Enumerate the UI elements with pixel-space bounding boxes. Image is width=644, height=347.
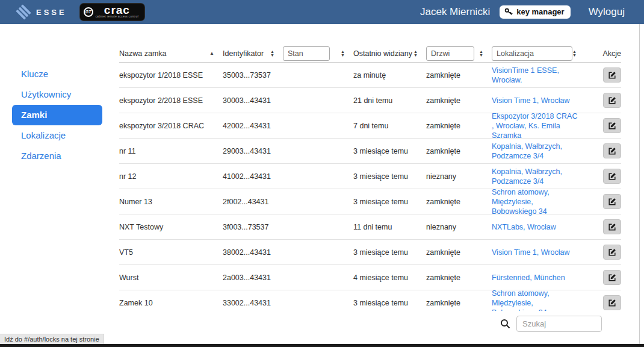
table-row: nr 12 41002...43431 3 miesiące temu niez… [119, 164, 621, 189]
lock-identifier: 38002...43431 [223, 248, 283, 257]
table-row: nr 11 29003...43431 3 miesiące temu zamk… [119, 139, 621, 164]
door-filter-input[interactable]: Drzwi [426, 46, 474, 61]
column-header-last-seen[interactable]: Ostatnio widziany ▲▼ [353, 49, 426, 58]
scrollbar-track[interactable] [639, 24, 640, 344]
location-link[interactable]: VisionTime 1 ESSE, Wrocław. [492, 66, 585, 85]
lock-door-state: nieznany [426, 172, 492, 181]
edit-icon [608, 299, 616, 307]
column-header-state: Stan ▲▼ [283, 46, 353, 61]
lock-last-seen: 3 miesiące temu [353, 147, 426, 155]
esse-logo-text: ESSE [36, 8, 67, 17]
key-manager-button[interactable]: key manager [500, 5, 571, 19]
location-link[interactable]: Schron atomowy, Międzylesie, Bobowskiego… [492, 187, 585, 216]
search-input[interactable] [516, 316, 602, 332]
column-header-identifier[interactable]: Identyfikator ▲▼ [223, 49, 283, 58]
esse-logo: ESSE [16, 4, 67, 20]
lock-last-seen: 3 miesiące temu [353, 299, 426, 307]
lock-name: ekspozytor 1/2018 ESSE [119, 71, 223, 80]
lock-identifier: 42002...43431 [223, 122, 283, 130]
lock-name: nr 12 [119, 172, 223, 181]
location-link[interactable]: Fürstenried, München [492, 273, 571, 283]
location-link[interactable]: NXTLabs, Wrocław [492, 222, 562, 232]
crac-logo-text: crac [104, 5, 130, 15]
lock-identifier: 29003...43431 [223, 147, 283, 155]
location-link[interactable]: Kopalnia, Wałbrzych, Podzamcze 3/4 [492, 167, 585, 186]
sidebar-item-lokalizacje[interactable]: Lokalizacje [12, 125, 102, 146]
edit-icon [608, 198, 616, 206]
app-screen: ESSE GT crac cabinet remote access contr… [0, 0, 644, 347]
lock-identifier: 3f003...73537 [223, 223, 283, 231]
table-row: Numer 13 2f002...43431 3 miesiące temu z… [119, 189, 621, 214]
edit-lock-button[interactable] [603, 143, 621, 158]
location-link[interactable]: Schron atomowy, Międzylesie, Bobowskiego… [492, 289, 585, 311]
lock-name: NXT Testowy [119, 223, 223, 231]
edit-icon [608, 223, 616, 231]
lock-name: nr 11 [119, 147, 223, 155]
edit-lock-button[interactable] [603, 219, 621, 234]
lock-identifier: 35003...73537 [223, 71, 283, 80]
lock-name: VT5 [119, 248, 223, 257]
key-manager-label: key manager [516, 7, 565, 16]
sort-icon[interactable]: ▲▼ [270, 50, 274, 57]
edit-lock-button[interactable] [603, 169, 621, 184]
sidebar-item-zamki[interactable]: Zamki [12, 105, 102, 125]
edit-lock-button[interactable] [603, 93, 621, 108]
location-link[interactable]: Vision Time 1, Wrocław [492, 248, 575, 257]
location-link[interactable]: Kopalnia, Wałbrzych, Podzamcze 3/4 [492, 142, 585, 161]
table-row: Wurst 2a003...43431 4 miesiące temu zamk… [119, 265, 621, 290]
column-header-actions: Akcje [585, 49, 621, 58]
edit-lock-button[interactable] [603, 245, 621, 260]
location-filter-input[interactable]: Lokalizacja [492, 46, 572, 61]
lock-last-seen: 3 miesiące temu [353, 172, 426, 181]
column-header-name[interactable]: Nazwa zamka ▲ [119, 49, 223, 58]
sort-asc-icon[interactable]: ▲ [209, 51, 214, 56]
table-search-area [119, 316, 621, 332]
edit-icon [608, 96, 616, 105]
edit-lock-button[interactable] [603, 118, 621, 133]
table-row: ekspozytor 1/2018 ESSE 35003...73537 za … [119, 63, 621, 88]
esse-chevron-icon [16, 4, 31, 20]
lock-last-seen: 4 miesiące temu [353, 274, 426, 282]
lock-door-state: zamknięte [426, 96, 492, 105]
lock-last-seen: 7 dni temu [353, 122, 426, 130]
lock-name: Wurst [119, 274, 223, 282]
lock-door-state: zamknięte [426, 122, 492, 130]
edit-icon [608, 71, 616, 80]
edit-lock-button[interactable] [603, 67, 621, 83]
edit-icon [608, 172, 616, 181]
lock-name: Numer 13 [119, 198, 223, 206]
lock-identifier: 2a003...43431 [223, 274, 283, 282]
sort-icon[interactable]: ▲▼ [413, 50, 418, 57]
top-navigation-bar: ESSE GT crac cabinet remote access contr… [0, 0, 644, 24]
sidebar-item-zdarzenia[interactable]: Zdarzenia [12, 146, 102, 166]
table-row: NXT Testowy 3f003...73537 11 dni temu ni… [119, 214, 621, 240]
table-row: VT5 38002...43431 3 miesiące temu zamkni… [119, 240, 621, 265]
logout-link[interactable]: Wyloguj [589, 6, 625, 18]
edit-lock-button[interactable] [603, 270, 621, 285]
edit-lock-button[interactable] [603, 295, 621, 310]
sidebar-item-klucze[interactable]: Klucze [12, 64, 102, 84]
state-filter-input[interactable]: Stan [283, 46, 330, 61]
lock-door-state: zamknięte [426, 71, 492, 80]
lock-door-state: zamknięte [426, 274, 492, 282]
lock-door-state: zamknięte [426, 147, 492, 155]
sidebar-item-uzytkownicy[interactable]: Użytkownicy [12, 84, 102, 105]
sort-icon[interactable]: ▲▼ [572, 50, 577, 57]
sidebar-nav: KluczeUżytkownicyZamkiLokalizacjeZdarzen… [0, 24, 119, 166]
lock-name: ekspozytor 3/2018 CRAC [119, 122, 223, 130]
table-row: Zamek 10 33002...43431 3 miesiące temu z… [119, 290, 621, 311]
lock-identifier: 33002...43431 [223, 299, 283, 307]
location-link[interactable]: Ekspozytor 3/2018 CRAC , Wrocław, Ks. Em… [492, 111, 585, 140]
column-header-door: Drzwi ▲▼ [426, 46, 492, 61]
crac-logo: GT crac cabinet remote access control [80, 4, 144, 20]
sort-icon[interactable]: ▲▼ [479, 50, 483, 57]
sort-icon[interactable]: ▲▼ [341, 50, 345, 57]
lock-last-seen: 11 dni temu [353, 223, 426, 231]
location-link[interactable]: Vision Time 1, Wrocław [492, 96, 575, 105]
edit-lock-button[interactable] [603, 194, 621, 209]
table-row: ekspozytor 3/2018 CRAC 42002...43431 7 d… [119, 113, 621, 139]
table-rows: ekspozytor 1/2018 ESSE 35003...73537 za … [119, 63, 621, 311]
crac-logo-subtext: cabinet remote access control [96, 16, 138, 19]
edit-icon [608, 274, 616, 282]
edit-icon [608, 248, 616, 257]
